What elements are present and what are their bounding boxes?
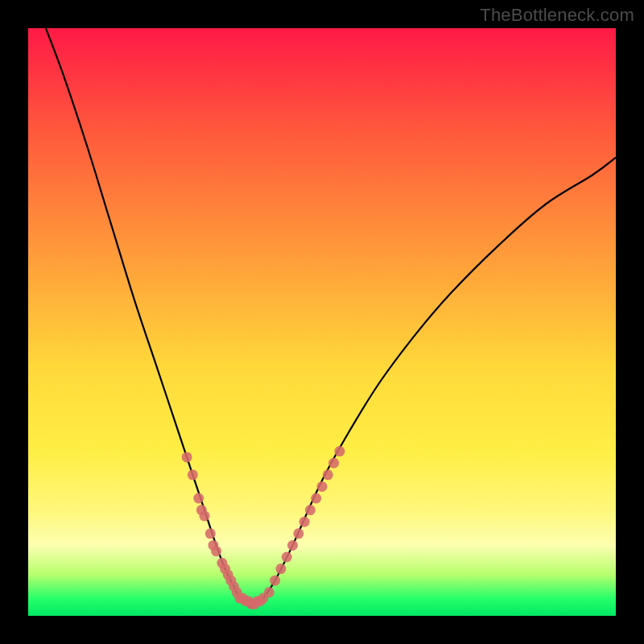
watermark-text: TheBottleneck.com: [480, 5, 634, 26]
curve-markers: [182, 446, 345, 609]
marker-dot: [293, 528, 303, 539]
chart-curve-layer: [28, 28, 616, 616]
marker-dot: [323, 469, 333, 480]
marker-dot: [211, 546, 221, 556]
marker-dot: [299, 517, 310, 527]
marker-dot: [264, 587, 275, 597]
marker-dot: [287, 540, 298, 551]
bottleneck-curve: [46, 28, 616, 607]
marker-dot: [193, 493, 204, 504]
marker-dot: [182, 452, 192, 462]
marker-dot: [205, 528, 216, 539]
marker-dot: [334, 446, 345, 456]
plot-area: [28, 28, 616, 616]
marker-dot: [328, 458, 339, 469]
marker-dot: [305, 505, 316, 515]
chart-frame: TheBottleneck.com: [0, 0, 644, 644]
marker-dot: [311, 493, 321, 504]
marker-dot: [317, 481, 328, 492]
marker-dot: [282, 552, 292, 563]
marker-dot: [188, 469, 198, 480]
marker-dot: [275, 564, 286, 574]
marker-dot: [270, 576, 280, 586]
marker-dot: [200, 510, 210, 521]
